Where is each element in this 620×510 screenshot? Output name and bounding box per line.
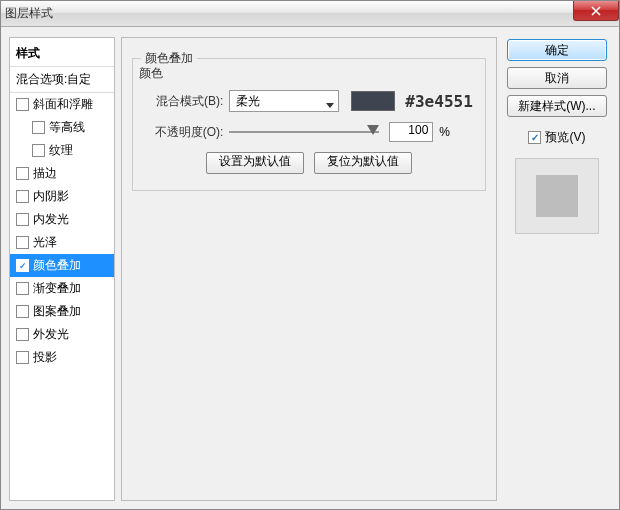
- style-checkbox[interactable]: [16, 328, 29, 341]
- style-checkbox[interactable]: [16, 98, 29, 111]
- ok-button[interactable]: 确定: [507, 39, 607, 61]
- style-checkbox[interactable]: [16, 236, 29, 249]
- style-checkbox[interactable]: [32, 121, 45, 134]
- preview-checkbox-row[interactable]: 预览(V): [528, 129, 585, 146]
- effect-options-panel: 颜色叠加 颜色 混合模式(B): 柔光 #3e4551 不透明度(O):: [121, 37, 496, 501]
- style-item-2[interactable]: 纹理: [10, 139, 114, 162]
- opacity-slider[interactable]: [229, 125, 379, 139]
- close-button[interactable]: [573, 1, 619, 21]
- blend-options-row[interactable]: 混合选项:自定: [10, 67, 114, 93]
- style-item-6[interactable]: 光泽: [10, 231, 114, 254]
- new-style-button[interactable]: 新建样式(W)...: [507, 95, 607, 117]
- reset-default-button[interactable]: 复位为默认值: [314, 152, 412, 174]
- style-label: 内阴影: [33, 188, 69, 205]
- blend-mode-label: 混合模式(B):: [145, 93, 223, 110]
- dialog-body: 样式 混合选项:自定 斜面和浮雕等高线纹理描边内阴影内发光光泽颜色叠加渐变叠加图…: [1, 27, 619, 509]
- style-label: 渐变叠加: [33, 280, 81, 297]
- group-title: 颜色: [139, 65, 472, 82]
- set-default-button[interactable]: 设置为默认值: [206, 152, 304, 174]
- style-item-8[interactable]: 渐变叠加: [10, 277, 114, 300]
- style-checkbox[interactable]: [16, 213, 29, 226]
- blend-mode-dropdown[interactable]: 柔光: [229, 90, 339, 112]
- blend-mode-value: 柔光: [236, 93, 260, 110]
- style-label: 图案叠加: [33, 303, 81, 320]
- color-hex-label: #3e4551: [405, 92, 472, 111]
- style-label: 内发光: [33, 211, 69, 228]
- style-item-7[interactable]: 颜色叠加: [10, 254, 114, 277]
- preview-thumbnail: [536, 175, 578, 217]
- color-overlay-fieldset: 颜色叠加 颜色 混合模式(B): 柔光 #3e4551 不透明度(O):: [132, 58, 485, 191]
- action-panel: 确定 取消 新建样式(W)... 预览(V): [503, 37, 611, 501]
- preview-box: [515, 158, 599, 234]
- opacity-unit: %: [439, 125, 450, 139]
- opacity-input[interactable]: 100: [389, 122, 433, 142]
- chevron-down-icon: [326, 98, 334, 112]
- style-item-4[interactable]: 内阴影: [10, 185, 114, 208]
- style-item-9[interactable]: 图案叠加: [10, 300, 114, 323]
- title-text: 图层样式: [5, 5, 53, 22]
- style-checkbox[interactable]: [16, 167, 29, 180]
- style-item-3[interactable]: 描边: [10, 162, 114, 185]
- style-label: 等高线: [49, 119, 85, 136]
- preview-checkbox[interactable]: [528, 131, 541, 144]
- preview-label: 预览(V): [545, 129, 585, 146]
- color-swatch[interactable]: [351, 91, 395, 111]
- style-item-10[interactable]: 外发光: [10, 323, 114, 346]
- style-label: 投影: [33, 349, 57, 366]
- cancel-button[interactable]: 取消: [507, 67, 607, 89]
- blend-mode-row: 混合模式(B): 柔光 #3e4551: [145, 90, 472, 112]
- style-checkbox[interactable]: [16, 351, 29, 364]
- styles-list-panel: 样式 混合选项:自定 斜面和浮雕等高线纹理描边内阴影内发光光泽颜色叠加渐变叠加图…: [9, 37, 115, 501]
- default-buttons-row: 设置为默认值 复位为默认值: [145, 152, 472, 174]
- style-label: 斜面和浮雕: [33, 96, 93, 113]
- panel-title: 颜色叠加: [141, 50, 197, 67]
- style-checkbox[interactable]: [16, 305, 29, 318]
- layer-style-dialog: 图层样式 样式 混合选项:自定 斜面和浮雕等高线纹理描边内阴影内发光光泽颜色叠加…: [0, 0, 620, 510]
- style-item-11[interactable]: 投影: [10, 346, 114, 369]
- style-item-0[interactable]: 斜面和浮雕: [10, 93, 114, 116]
- style-label: 纹理: [49, 142, 73, 159]
- titlebar[interactable]: 图层样式: [1, 1, 619, 27]
- styles-header[interactable]: 样式: [10, 41, 114, 67]
- style-item-1[interactable]: 等高线: [10, 116, 114, 139]
- style-item-5[interactable]: 内发光: [10, 208, 114, 231]
- style-label: 光泽: [33, 234, 57, 251]
- style-checkbox[interactable]: [16, 259, 29, 272]
- opacity-row: 不透明度(O): 100 %: [145, 122, 472, 142]
- style-label: 描边: [33, 165, 57, 182]
- style-checkbox[interactable]: [16, 282, 29, 295]
- style-label: 外发光: [33, 326, 69, 343]
- opacity-label: 不透明度(O):: [145, 124, 223, 141]
- style-checkbox[interactable]: [32, 144, 45, 157]
- style-checkbox[interactable]: [16, 190, 29, 203]
- style-label: 颜色叠加: [33, 257, 81, 274]
- close-icon: [591, 6, 601, 16]
